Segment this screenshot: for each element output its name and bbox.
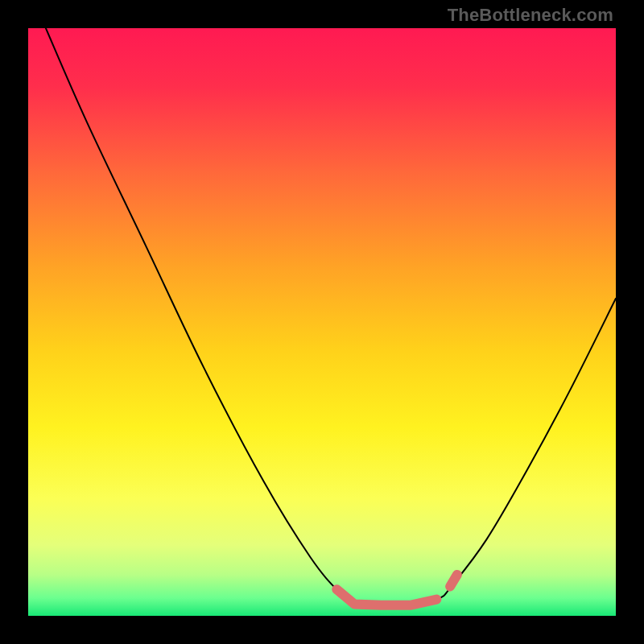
plot-area [28, 28, 616, 616]
bottleneck-curve [46, 28, 616, 605]
curve-layer [28, 28, 616, 616]
highlight-group [336, 575, 457, 605]
chart-frame: TheBottleneck.com [0, 0, 644, 644]
flat-bottom-highlight [336, 589, 436, 605]
right-tick-highlight [450, 575, 457, 587]
watermark-text: TheBottleneck.com [448, 5, 613, 26]
